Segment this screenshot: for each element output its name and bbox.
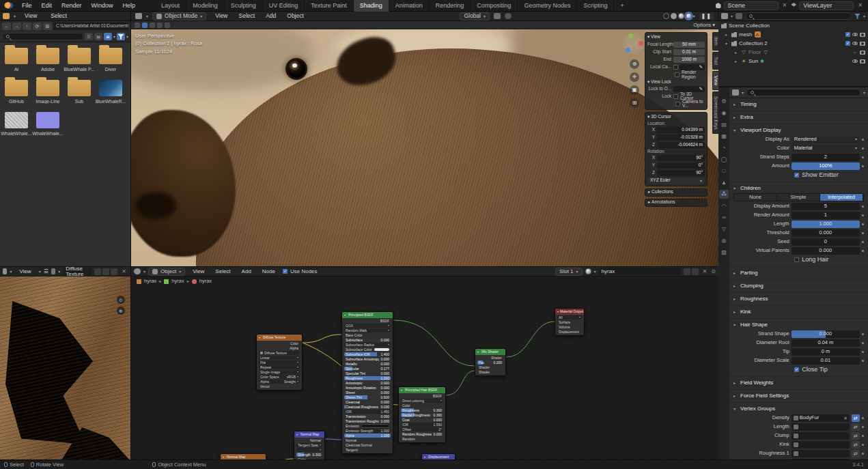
duplicate-material-icon[interactable]: [692, 268, 699, 275]
menu-item[interactable]: Render: [57, 3, 87, 9]
up-button[interactable]: ↑: [23, 23, 31, 30]
to-3d-cursor-checkbox[interactable]: [673, 94, 678, 99]
sidebar-tab[interactable]: Tool: [712, 52, 719, 70]
horizontal-list-display-button[interactable]: ▤: [94, 33, 102, 40]
children-setting-field[interactable]: 0.000: [792, 247, 860, 255]
collections-panel-header[interactable]: ▸ Collections: [645, 188, 708, 197]
animate-dot[interactable]: [862, 417, 864, 419]
workspace-tab[interactable]: Modeling: [186, 0, 225, 12]
transform-orientation-selector[interactable]: Global▾: [460, 12, 490, 20]
node-row[interactable]: Direct coloring: [401, 399, 443, 403]
workspace-tab[interactable]: Texture Paint: [305, 0, 354, 12]
node-row[interactable]: Roughness0.300: [401, 408, 443, 412]
strand-steps-field[interactable]: 2: [792, 154, 860, 161]
mode-selector[interactable]: Object Mode▾: [152, 12, 206, 20]
file-item[interactable]: Image-Line: [33, 80, 63, 104]
axis-value-field[interactable]: 90°: [657, 155, 705, 161]
normal-texture-node[interactable]: ▾Normal Map Color: [220, 453, 266, 459]
long-hair-checkbox[interactable]: [794, 257, 799, 262]
invert-vertex-group-button[interactable]: ⇄: [852, 414, 860, 422]
node-menu-item[interactable]: Node: [257, 269, 280, 274]
node-row[interactable]: Metallic0.000: [344, 362, 391, 366]
thumbnail-display-button[interactable]: ⊞: [104, 33, 112, 40]
expand-arrow-icon[interactable]: ▸: [735, 51, 739, 55]
node-row[interactable]: [296, 448, 322, 452]
invert-vertex-group-button[interactable]: ⇄: [852, 423, 860, 431]
animate-dot[interactable]: [862, 232, 864, 234]
node-row[interactable]: Sheen0.000: [344, 390, 391, 395]
node-row[interactable]: Subsurface Radius: [344, 343, 391, 347]
render-region-checkbox[interactable]: [675, 72, 680, 77]
disable-render-camera-icon[interactable]: [860, 59, 865, 63]
properties-tab-icon[interactable]: ∞: [719, 213, 729, 222]
properties-tab-icon[interactable]: ⁂: [719, 190, 729, 199]
outliner-editor-icon[interactable]: [721, 13, 728, 19]
material-shading-button[interactable]: [678, 13, 684, 19]
material-output-node[interactable]: ▾Material Output AllSurfaceVolumeDisplac…: [555, 308, 585, 336]
amount-slider[interactable]: 100%: [792, 162, 860, 170]
node-row[interactable]: Strength0.300: [296, 453, 322, 457]
chevron-down-icon[interactable]: ▾: [863, 91, 865, 95]
menu-item[interactable]: Edit: [37, 3, 57, 9]
node-row[interactable]: GGX: [344, 324, 391, 328]
properties-tab-icon[interactable]: ◠: [719, 201, 729, 210]
collapsed-panel-header[interactable]: ▸Force Field Settings: [729, 391, 868, 400]
principled-hair-bsdf-node[interactable]: ▾Principled Hair BSDF BSDFDirect colorin…: [398, 386, 446, 443]
file-item[interactable]: BlueWhale P...: [64, 48, 94, 72]
workspace-tab[interactable]: Compositing: [471, 0, 518, 12]
node-header[interactable]: ▾Normal Map: [221, 454, 266, 459]
image-icon[interactable]: [51, 268, 55, 274]
collapsed-panel-header[interactable]: ▸Kink: [729, 307, 868, 316]
workspace-tab[interactable]: Animation: [389, 0, 430, 12]
node-row[interactable]: Offset2°: [401, 427, 443, 431]
viewport-menu-item[interactable]: Add: [261, 13, 281, 19]
node-row[interactable]: Coat0.000: [401, 418, 443, 422]
node-row[interactable]: Random: [401, 437, 443, 441]
node-row[interactable]: Shader: [477, 370, 503, 374]
panel-header[interactable]: ▾Children: [729, 184, 868, 193]
node-row[interactable]: Subsurface0.000: [344, 338, 391, 342]
image-texture-node[interactable]: ▾Diffuse Texture ColorAlphaDiffuse Textu…: [256, 334, 303, 390]
node-header[interactable]: ▾Displacement: [422, 454, 455, 459]
vertical-list-display-button[interactable]: ☰: [85, 33, 93, 40]
close-tip-checkbox[interactable]: [794, 367, 799, 372]
hair-shape-field[interactable]: 0.000: [792, 330, 860, 338]
node-row[interactable]: Anisotropic Rotation0.000: [344, 386, 391, 390]
invert-vertex-group-button[interactable]: ⇄: [852, 450, 860, 457]
node-header[interactable]: ▾Normal Map: [294, 431, 324, 438]
node-row[interactable]: Linear: [259, 356, 300, 360]
children-setting-field[interactable]: 5: [792, 203, 860, 210]
outliner-row-floor[interactable]: ▸ ▽ Floor ▽ ▿: [718, 48, 868, 57]
color-dropdown[interactable]: Material: [792, 145, 860, 152]
file-browser-view-menu[interactable]: View: [20, 13, 42, 19]
file-item[interactable]: WhaleWhale...: [1, 112, 31, 136]
file-browser-select-menu[interactable]: Select: [46, 13, 72, 19]
clear-icon[interactable]: ✕: [843, 416, 848, 421]
pack-image-icon[interactable]: [111, 268, 117, 275]
node-row[interactable]: Diffuse Texture: [259, 351, 300, 355]
scene-selector[interactable]: Scene: [724, 1, 779, 10]
shader-node-editor[interactable]: ▾ Object▾ ViewSelectAddNode Use Nodes Sl…: [131, 266, 718, 459]
shader-type-selector[interactable]: Object▾: [148, 268, 185, 276]
properties-tab-icon[interactable]: □: [719, 167, 729, 175]
rotation-order-dropdown[interactable]: XYZ Euler▾: [647, 177, 705, 184]
children-mode-option[interactable]: Interpolated: [820, 194, 863, 201]
properties-tab-icon[interactable]: ◔: [719, 143, 729, 152]
annotate-float-button[interactable]: ⊙: [117, 296, 125, 304]
node-row[interactable]: Clearcoat Normal: [344, 443, 391, 447]
hidden-eye-icon[interactable]: ▿: [854, 51, 858, 55]
node-row[interactable]: Base Color: [344, 333, 391, 337]
node-row[interactable]: Shader: [477, 365, 503, 369]
mix-shader-node[interactable]: ▾Mix Shader ShaderFac0.200ShaderShader: [475, 348, 506, 376]
children-setting-field[interactable]: 1: [792, 212, 860, 219]
node-row[interactable]: Vector: [259, 384, 300, 388]
outliner-row-scene-collection[interactable]: Scene Collection: [718, 21, 868, 30]
node-row[interactable]: Normal: [296, 438, 322, 442]
breadcrumb-mesh[interactable]: hyrax: [171, 279, 184, 284]
animate-dot[interactable]: [862, 241, 864, 243]
menu-item[interactable]: File: [17, 3, 37, 9]
rendered-shading-button[interactable]: [686, 13, 692, 19]
solid-shading-button[interactable]: [671, 13, 677, 19]
axis-x-handle[interactable]: [639, 41, 643, 46]
vertex-group-field[interactable]: ✕: [792, 423, 850, 431]
